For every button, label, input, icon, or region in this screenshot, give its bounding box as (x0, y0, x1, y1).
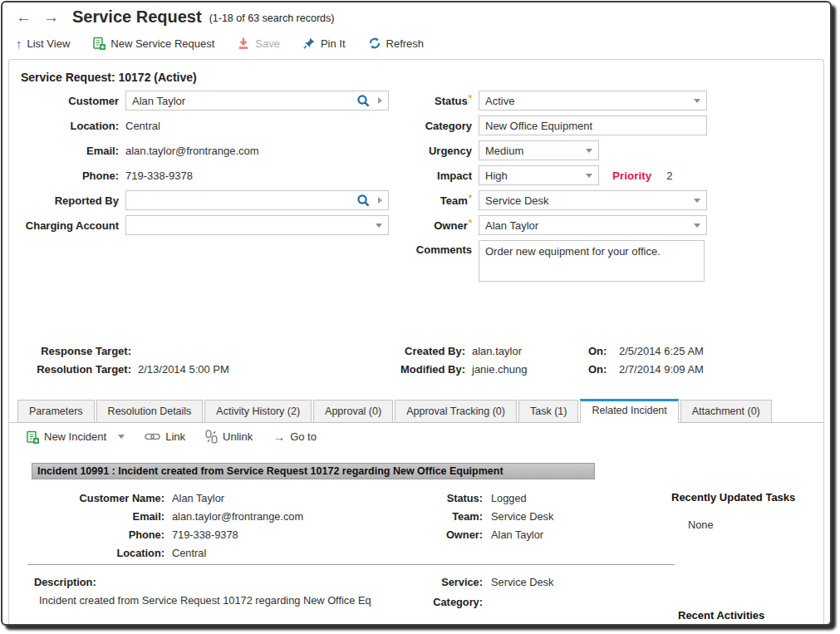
unlink-icon (205, 430, 218, 444)
incident-status-value: Logged (491, 492, 527, 504)
go-to-label: Go to (290, 430, 317, 443)
resolution-target-value: 2/13/2014 5:00 PM (138, 363, 229, 376)
customer-input[interactable]: Alan Taylor (125, 91, 389, 111)
owner-value: Alan Taylor (485, 219, 538, 232)
required-marker: * (469, 218, 472, 228)
incident-customer-name-value: Alan Taylor (172, 492, 224, 504)
comments-textarea[interactable]: Order new equipment for your office. (479, 240, 705, 282)
incident-description-value: Incident created from Service Request 10… (39, 594, 371, 607)
tab-bar: Parameters Resolution Details Activity H… (9, 399, 823, 423)
link-icon (145, 432, 160, 441)
tab-approval[interactable]: Approval (0) (313, 400, 393, 422)
reported-by-input[interactable] (125, 190, 389, 210)
refresh-button[interactable]: Refresh (368, 37, 425, 50)
incident-team-value: Service Desk (491, 510, 553, 523)
record-panel: Service Request: 10172 (Active) Customer… (8, 59, 824, 624)
owner-label: Owner* (401, 219, 472, 232)
tab-parameters[interactable]: Parameters (17, 400, 95, 422)
tab-attachment[interactable]: Attachment (0) (680, 400, 772, 422)
page-title: Service Request (72, 7, 202, 27)
chevron-down-icon[interactable] (694, 199, 700, 203)
forward-arrow-icon[interactable]: → (43, 9, 59, 25)
response-target-label: Response Target: (17, 345, 131, 357)
recently-updated-tasks-title: Recently Updated Tasks (671, 491, 795, 504)
incident-status-label: Status: (385, 492, 483, 504)
urgency-dropdown[interactable]: Medium (479, 140, 599, 160)
phone-label: Phone: (17, 170, 119, 182)
chevron-down-icon[interactable] (586, 149, 592, 153)
category-input[interactable]: New Office Equipment (479, 115, 707, 135)
recent-activities-title: Recent Activities (678, 609, 764, 622)
back-arrow-icon[interactable]: ← (16, 9, 32, 25)
chevron-down-icon[interactable] (694, 99, 700, 103)
tab-task[interactable]: Task (1) (518, 400, 578, 422)
up-arrow-icon: ↑ (16, 37, 22, 50)
impact-value: High (485, 170, 508, 182)
modified-on-value: 2/7/2014 9:09 AM (619, 363, 704, 376)
chevron-down-icon[interactable] (376, 224, 382, 228)
email-label: Email: (17, 145, 119, 157)
chevron-down-icon[interactable] (586, 174, 592, 178)
form-right-column: Status* Active Category New Office Equip… (401, 91, 707, 287)
tab-resolution-details[interactable]: Resolution Details (96, 400, 204, 422)
lookup-expand-icon[interactable] (378, 97, 382, 104)
modified-by-value: janie.chung (472, 363, 528, 376)
incident-owner-label: Owner: (385, 528, 483, 541)
impact-dropdown[interactable]: High (479, 165, 599, 185)
incident-header-bar[interactable]: Incident 10991 : Incident created from S… (32, 463, 595, 479)
recently-updated-tasks-empty: None (688, 519, 714, 531)
go-to-button[interactable]: → Go to (273, 430, 317, 443)
status-dropdown[interactable]: Active (479, 91, 707, 111)
tab-activity-history[interactable]: Activity History (2) (204, 400, 312, 422)
owner-dropdown[interactable]: Alan Taylor (479, 215, 707, 235)
created-by-value: alan.taylor (472, 345, 522, 357)
refresh-label: Refresh (386, 37, 425, 50)
new-document-icon (92, 37, 106, 50)
incident-team-label: Team: (385, 510, 483, 523)
chevron-down-icon[interactable] (694, 224, 700, 228)
link-label: Link (165, 430, 185, 443)
charging-account-dropdown[interactable] (125, 215, 389, 235)
list-view-button[interactable]: ↑ List View (16, 37, 70, 50)
incident-toolbar: New Incident Link Unlink (26, 430, 317, 444)
location-value: Central (125, 120, 160, 132)
incident-service-value: Service Desk (491, 576, 553, 588)
new-service-request-label: New Service Request (111, 37, 214, 50)
pin-it-label: Pin It (321, 37, 346, 50)
link-button[interactable]: Link (145, 430, 185, 443)
created-on-label: On: (588, 345, 607, 357)
save-button[interactable]: Save (237, 37, 280, 50)
chevron-down-icon[interactable] (118, 435, 125, 439)
team-dropdown[interactable]: Service Desk (479, 190, 707, 210)
service-request-window: ← → Service Request (1-18 of 63 search r… (1, 1, 832, 626)
save-icon (237, 37, 250, 50)
status-value: Active (485, 95, 514, 107)
incident-service-label: Service: (385, 576, 483, 588)
new-incident-button[interactable]: New Incident (26, 430, 125, 444)
pin-it-button[interactable]: Pin It (302, 37, 346, 50)
priority-value: 2 (666, 170, 672, 182)
tab-related-incident[interactable]: Related Incident (580, 399, 678, 423)
created-on-value: 2/5/2014 6:25 AM (619, 345, 704, 357)
charging-account-label: Charging Account (17, 219, 119, 232)
incident-phone-label: Phone: (32, 528, 165, 541)
category-label: Category (401, 120, 472, 132)
main-toolbar: ↑ List View New Service Request Save (2, 31, 830, 56)
urgency-value: Medium (485, 145, 523, 157)
lookup-expand-icon[interactable] (378, 197, 382, 204)
priority-label: Priority (612, 170, 651, 182)
incident-location-label: Location: (32, 547, 165, 559)
unlink-button[interactable]: Unlink (205, 430, 253, 444)
search-icon[interactable] (356, 194, 371, 208)
incident-email-value: alan.taylor@frontrange.com (172, 510, 303, 523)
unlink-label: Unlink (223, 430, 253, 443)
incident-email-label: Email: (32, 510, 165, 523)
new-service-request-button[interactable]: New Service Request (92, 37, 214, 50)
incident-customer-name-label: Customer Name: (32, 492, 165, 504)
form-area: Customer Alan Taylor Location: Central (9, 91, 823, 290)
incident-phone-value: 719-338-9378 (172, 528, 238, 541)
tab-approval-tracking[interactable]: Approval Tracking (0) (395, 400, 517, 422)
search-icon[interactable] (356, 94, 371, 108)
refresh-icon (368, 37, 381, 50)
team-label: Team* (401, 194, 472, 207)
